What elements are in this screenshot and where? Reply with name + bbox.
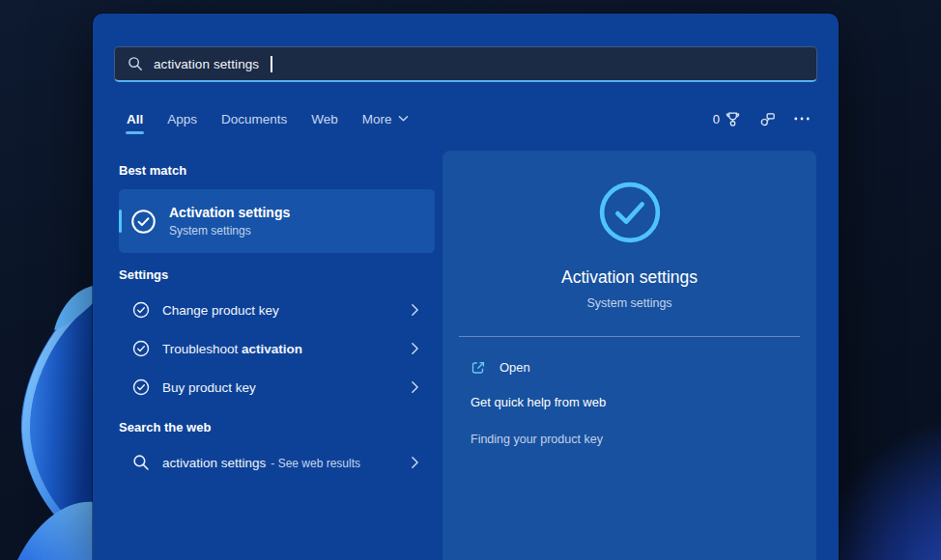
result-label-text: Buy product key bbox=[162, 380, 256, 395]
result-label: activation settings- See web results bbox=[162, 456, 398, 470]
tab-all[interactable]: All bbox=[127, 112, 143, 126]
search-icon bbox=[132, 454, 150, 471]
activation-check-circle-icon bbox=[598, 181, 662, 244]
web-query-text: activation settings bbox=[162, 456, 266, 470]
result-label: Change product key bbox=[162, 303, 398, 318]
chevron-right-icon bbox=[411, 342, 419, 355]
best-match-header: Best match bbox=[119, 163, 435, 179]
result-web-search[interactable]: activation settings- See web results bbox=[119, 443, 435, 482]
chevron-right-icon bbox=[411, 456, 419, 469]
web-results: activation settings- See web results bbox=[119, 443, 435, 482]
tab-web-label: Web bbox=[311, 112, 338, 126]
settings-header: Settings bbox=[119, 267, 435, 283]
open-external-icon bbox=[470, 360, 486, 376]
result-label-match: activation bbox=[242, 342, 302, 356]
topbar-right-group: 0 bbox=[713, 111, 810, 127]
search-window: activation settings All Apps Documents W… bbox=[93, 14, 839, 560]
tab-web[interactable]: Web bbox=[311, 112, 338, 126]
check-circle-icon bbox=[132, 340, 150, 357]
desktop: { "colors": { "accent": "#4fc3ff", "acce… bbox=[0, 0, 941, 560]
open-button[interactable]: Open bbox=[459, 350, 800, 385]
best-match-text: Activation settings System settings bbox=[169, 204, 290, 238]
chevron-right-icon bbox=[411, 303, 419, 317]
result-change-product-key[interactable]: Change product key bbox=[119, 291, 435, 329]
check-circle-icon bbox=[132, 301, 150, 319]
more-options-icon[interactable] bbox=[794, 117, 810, 121]
preview-title: Activation settings bbox=[442, 267, 816, 288]
result-label-text: Troubleshoot bbox=[162, 342, 242, 356]
search-the-web-header: Search the web bbox=[119, 420, 435, 435]
text-caret bbox=[271, 56, 272, 72]
feedback-icon[interactable] bbox=[759, 111, 776, 127]
web-note-text: - See web results bbox=[271, 457, 360, 470]
result-troubleshoot-activation[interactable]: Troubleshoot activation bbox=[119, 329, 435, 368]
result-label-text: Change product key bbox=[162, 303, 279, 318]
tab-all-label: All bbox=[127, 112, 143, 126]
results-area: Best match Activation settings System se… bbox=[119, 151, 816, 560]
divider bbox=[459, 336, 800, 337]
filter-tabs-bar: All Apps Documents Web More 0 bbox=[127, 104, 810, 133]
help-link-finding-product-key[interactable]: Finding your product key bbox=[470, 433, 788, 446]
quick-help-header: Get quick help from web bbox=[470, 395, 788, 409]
open-button-label: Open bbox=[499, 360, 530, 375]
chevron-down-icon bbox=[398, 115, 409, 123]
wallpaper-bloom bbox=[0, 0, 93, 560]
preview-subtitle: System settings bbox=[442, 296, 816, 310]
best-match-item[interactable]: Activation settings System settings bbox=[119, 189, 435, 253]
selection-accent-bar bbox=[119, 210, 122, 233]
results-list: Best match Activation settings System se… bbox=[119, 151, 435, 560]
result-buy-product-key[interactable]: Buy product key bbox=[119, 368, 435, 406]
rewards-count: 0 bbox=[713, 112, 720, 126]
preview-panel: Activation settings System settings Open… bbox=[442, 151, 816, 560]
search-icon bbox=[128, 56, 143, 71]
chevron-right-icon bbox=[411, 380, 419, 394]
search-input[interactable]: activation settings bbox=[114, 46, 817, 82]
tab-documents-label: Documents bbox=[221, 112, 287, 126]
tab-apps[interactable]: Apps bbox=[167, 112, 197, 126]
result-label: Troubleshoot activation bbox=[162, 342, 398, 356]
tab-more-label: More bbox=[362, 112, 392, 126]
preview-hero: Activation settings System settings bbox=[442, 151, 816, 310]
tab-documents[interactable]: Documents bbox=[221, 112, 287, 126]
tab-more[interactable]: More bbox=[362, 112, 409, 126]
search-query-text: activation settings bbox=[154, 57, 259, 71]
tab-apps-label: Apps bbox=[167, 112, 197, 126]
settings-results: Change product key Troubleshoot activati… bbox=[119, 291, 435, 406]
check-circle-icon bbox=[132, 378, 150, 396]
check-circle-icon bbox=[130, 209, 157, 235]
best-match-subtitle: System settings bbox=[169, 223, 290, 238]
rewards-trophy-icon bbox=[725, 111, 741, 127]
best-match-title: Activation settings bbox=[169, 204, 290, 222]
result-label: Buy product key bbox=[162, 380, 398, 395]
rewards-button[interactable]: 0 bbox=[713, 111, 741, 127]
